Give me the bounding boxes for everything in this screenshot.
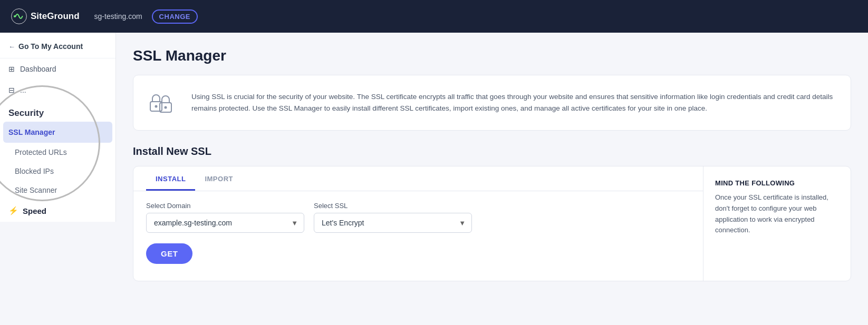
topnav: SiteGround sg-testing.com CHANGE (0, 0, 868, 33)
sidebar: ← Go To My Account ⊞ Dashboard ⊟ ... Sec… (0, 33, 116, 222)
domain-select-wrapper: example.sg-testing.com ▼ (146, 213, 304, 233)
siteground-logo-icon (11, 8, 27, 25)
install-form: Select Domain example.sg-testing.com ▼ S… (133, 191, 703, 243)
domain-select[interactable]: example.sg-testing.com (146, 213, 304, 233)
svg-point-5 (165, 106, 167, 109)
speed-icon: ⚡ (8, 206, 18, 215)
mind-the-following-panel: MIND THE FOLLOWING Once your SSL certifi… (703, 166, 851, 281)
logo: SiteGround (11, 8, 80, 25)
domain-label: Select Domain (146, 202, 304, 210)
back-to-account-link[interactable]: ← Go To My Account (0, 33, 115, 58)
install-card: INSTALL IMPORT Select Domain example.sg-… (133, 166, 851, 281)
back-arrow-icon: ← (8, 43, 15, 51)
change-button[interactable]: CHANGE (152, 9, 198, 24)
security-section-title: Security (0, 101, 115, 122)
sidebar-item-speed[interactable]: ⚡ Speed (0, 200, 115, 222)
install-section-title: Install New SSL (133, 145, 851, 157)
get-button[interactable]: GET (146, 243, 192, 264)
site-scanner-label: Site Scanner (15, 186, 57, 194)
page-title: SSL Manager (133, 47, 851, 64)
mind-title: MIND THE FOLLOWING (715, 179, 839, 187)
sidebar-item-ssl-manager[interactable]: SSL Manager (3, 122, 112, 143)
back-label: Go To My Account (18, 42, 83, 51)
tab-import[interactable]: IMPORT (195, 166, 243, 191)
dashboard-icon: ⊞ (8, 65, 15, 73)
ssl-form-group: Select SSL Let's Encrypt ▼ (314, 202, 472, 233)
main-content: SSL Manager Using SSL is crucial for the… (116, 33, 868, 325)
files-icon: ⊟ (8, 86, 15, 94)
logo-text: SiteGround (31, 11, 80, 22)
speed-label: Speed (23, 206, 46, 215)
install-tabs: INSTALL IMPORT (133, 166, 703, 191)
sidebar-item-protected-urls[interactable]: Protected URLs (0, 143, 115, 162)
dashboard-label: Dashboard (20, 65, 56, 73)
ssl-info-card: Using SSL is crucial for the security of… (133, 75, 851, 131)
ssl-info-text: Using SSL is crucial for the security of… (191, 91, 836, 114)
svg-point-1 (14, 15, 16, 17)
site-domain: sg-testing.com (94, 12, 142, 21)
sidebar-item-site-scanner[interactable]: Site Scanner (0, 181, 115, 200)
tab-install[interactable]: INSTALL (146, 166, 195, 191)
ssl-manager-label: SSL Manager (8, 128, 55, 136)
mind-text: Once your SSL certificate is installed, … (715, 192, 839, 236)
files-label: ... (20, 86, 26, 94)
ssl-locks-icon (148, 87, 180, 119)
svg-point-3 (155, 105, 158, 108)
ssl-select[interactable]: Let's Encrypt (314, 213, 472, 233)
ssl-select-wrapper: Let's Encrypt ▼ (314, 213, 472, 233)
sidebar-item-blocked-ips[interactable]: Blocked IPs (0, 162, 115, 181)
ssl-label: Select SSL (314, 202, 472, 210)
protected-urls-label: Protected URLs (15, 148, 67, 156)
blocked-ips-label: Blocked IPs (15, 167, 54, 175)
sidebar-item-dashboard[interactable]: ⊞ Dashboard (0, 58, 115, 80)
domain-form-group: Select Domain example.sg-testing.com ▼ (146, 202, 304, 233)
install-main-panel: INSTALL IMPORT Select Domain example.sg-… (133, 166, 703, 281)
sidebar-item-files[interactable]: ⊟ ... (0, 80, 115, 101)
